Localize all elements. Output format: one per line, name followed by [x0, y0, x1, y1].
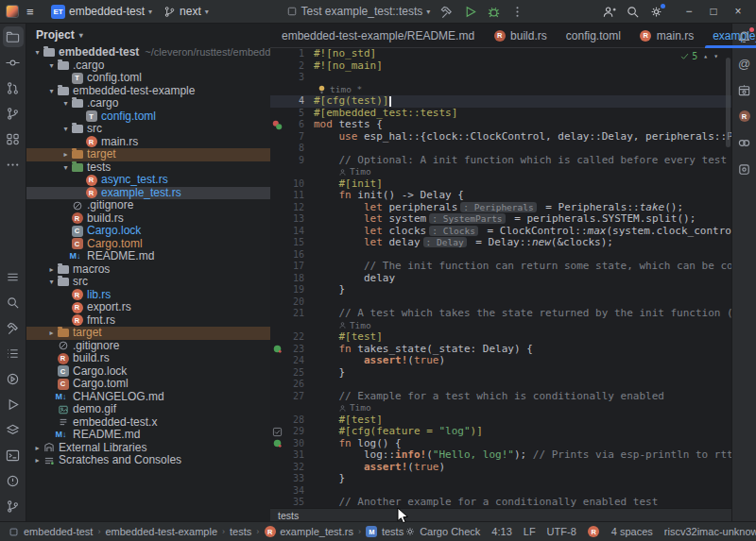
main-menu-button[interactable]: ≡ — [23, 2, 43, 22]
code-line-2[interactable]: 2#![no_main] — [270, 60, 731, 73]
checkbox-gutter-icon[interactable] — [270, 427, 284, 437]
tree-item-tests[interactable]: ▾tests — [26, 161, 270, 175]
pull-requests-tool[interactable] — [3, 77, 24, 98]
tree-item-build-rs[interactable]: Rbuild.rs — [26, 212, 270, 226]
tree-item-export-rs[interactable]: Rexport.rs — [26, 301, 270, 314]
app-logo-icon[interactable] — [6, 5, 19, 18]
next-problem-chevron-icon[interactable]: ▾ — [713, 52, 718, 60]
code-line-7[interactable]: 7 use esp_hal::{clock::ClockControl, del… — [270, 131, 731, 144]
caret-position[interactable]: 4:13 — [491, 526, 511, 537]
cargo-check-status[interactable]: Cargo Check — [404, 526, 480, 537]
project-tool[interactable] — [3, 26, 24, 47]
breadcrumb-item-embedded-test-example[interactable]: embedded-test-example — [105, 526, 217, 537]
tab-config-toml[interactable]: config.toml — [557, 24, 630, 48]
breadcrumb-item-example-test-rs[interactable]: Rexample_test.rs — [264, 526, 353, 537]
run-all-tests-icon[interactable] — [270, 120, 284, 130]
tab-main-rs[interactable]: Rmain.rs — [630, 24, 703, 48]
tree-item-example-test-rs[interactable]: Rexample_test.rs — [26, 187, 270, 200]
chevron-expanded-icon[interactable]: ▾ — [32, 46, 43, 59]
breadcrumb-item-tests[interactable]: Mtests — [366, 526, 404, 537]
cargo-tool[interactable] — [734, 79, 755, 100]
tree-item--cargo[interactable]: ▾.cargo — [26, 59, 270, 73]
todo-tool[interactable] — [3, 266, 24, 287]
chevron-expanded-icon[interactable]: ▾ — [46, 59, 57, 73]
tree-item-cargo-lock[interactable]: CCargo.lock — [26, 225, 270, 238]
inspections-widget[interactable]: 5 ▴ ▾ — [679, 51, 718, 61]
maximize-button[interactable]: □ — [701, 2, 726, 22]
tree-item-main-rs[interactable]: Rmain.rs — [26, 136, 270, 149]
minimize-button[interactable]: − — [677, 2, 701, 22]
profiler-tool[interactable] — [3, 368, 24, 389]
more-tools[interactable] — [3, 154, 24, 175]
tree-item-readme-md[interactable]: M↓README.md — [26, 250, 270, 263]
find-tool[interactable] — [3, 292, 24, 313]
run-play-button[interactable] — [459, 2, 481, 22]
indent-setting[interactable]: 4 spaces — [611, 526, 653, 537]
notifications-bell[interactable] — [734, 26, 755, 47]
chevron-expanded-icon[interactable]: ▾ — [46, 276, 57, 289]
tree-item-config-toml[interactable]: Tconfig.toml — [26, 110, 270, 124]
branches-tool[interactable] — [3, 103, 24, 124]
run-test-icon[interactable] — [270, 344, 284, 354]
breadcrumb-popup[interactable]: tests — [270, 508, 731, 521]
tree-item-macros[interactable]: ▸macros — [26, 263, 270, 277]
tree-item-src[interactable]: ▾src — [26, 123, 270, 136]
chevron-collapsed-icon[interactable]: ▸ — [46, 327, 57, 340]
tab-build-rs[interactable]: Rbuild.rs — [484, 24, 557, 48]
code-line-33[interactable]: 33 } — [270, 473, 731, 485]
line-ending[interactable]: LF — [524, 526, 536, 537]
structure-tool[interactable] — [3, 128, 24, 149]
bookmarks-tool[interactable] — [3, 343, 24, 363]
chevron-collapsed-icon[interactable]: ▸ — [46, 263, 57, 277]
tree-item-target[interactable]: ▸target — [26, 327, 270, 340]
encoding[interactable]: UTF-8 — [547, 526, 576, 537]
code-line-3[interactable]: 3 — [270, 72, 731, 84]
tree-item-cargo-lock[interactable]: CCargo.lock — [26, 365, 270, 379]
tree-item-embedded-test[interactable]: ▾embedded-test~/cleveron/rusttest/embedd… — [26, 46, 270, 59]
chevron-expanded-icon[interactable]: ▾ — [60, 97, 71, 110]
code-line-21[interactable]: 21 // A test which takes the state retur… — [270, 308, 731, 320]
rust-toolchain-icon[interactable]: R — [588, 526, 600, 537]
tree-item-scratches-and-consoles[interactable]: ▸Scratches and Consoles — [26, 454, 270, 467]
run-configuration-selector[interactable]: Test example_test::tests ▾ — [283, 2, 435, 22]
chevron-expanded-icon[interactable]: ▾ — [60, 161, 71, 175]
tree-item--gitignore[interactable]: .gitignore — [26, 199, 270, 212]
tree-item-changelog-md[interactable]: M↓CHANGELOG.md — [26, 391, 270, 404]
terminal-tool[interactable] — [3, 445, 24, 465]
chevron-collapsed-icon[interactable]: ▸ — [32, 454, 43, 467]
tree-item-lib-rs[interactable]: Rlib.rs — [26, 289, 270, 302]
search-everywhere-button[interactable] — [622, 2, 644, 22]
services-tool[interactable] — [3, 419, 24, 440]
tree-item-embedded-test-x[interactable]: embedded-test.x — [26, 416, 270, 430]
code-line-27[interactable]: 27 // Example for a test which is condit… — [270, 391, 731, 403]
chevron-collapsed-icon[interactable]: ▸ — [60, 148, 71, 161]
tree-item-cargo-toml[interactable]: CCargo.toml — [26, 378, 270, 391]
code-line-9[interactable]: 9 // Optional: A init function which is … — [270, 155, 731, 167]
settings-gear-button[interactable] — [645, 2, 667, 22]
tree-item-readme-md[interactable]: M↓README.md — [26, 429, 270, 442]
close-button[interactable]: × — [726, 2, 750, 22]
run-tool[interactable] — [3, 394, 24, 414]
tree-item-target[interactable]: ▸target — [26, 148, 270, 161]
chevron-expanded-icon[interactable]: ▾ — [46, 85, 57, 98]
target-triple[interactable]: riscv32imac-unknown-none-elf — [664, 526, 756, 537]
tree-item-config-toml[interactable]: Tconfig.toml — [26, 72, 270, 85]
run-test-icon[interactable] — [270, 438, 284, 448]
tab-embedded-test-example-readme-md[interactable]: embedded-test-example/README.md — [272, 24, 484, 48]
debug-bug-button[interactable] — [483, 2, 505, 22]
code-line-19[interactable]: 19 } — [270, 284, 731, 296]
code-line-15[interactable]: 15 let delay: Delay = Delay::new(&clocks… — [270, 237, 731, 249]
device-manager-tool[interactable] — [734, 159, 755, 179]
tree-item-demo-gif[interactable]: demo.gif — [26, 403, 270, 416]
dependencies-tool[interactable] — [734, 132, 755, 153]
build-tool[interactable] — [3, 317, 24, 338]
prev-problem-chevron-icon[interactable]: ▴ — [703, 52, 708, 60]
code-editor[interactable]: 5 ▴ ▾ 1#![no_std]2#![no_main]3timo *4#[c… — [270, 48, 731, 508]
project-widget[interactable]: ET embedded-test ▾ — [47, 2, 156, 22]
tree-item-src[interactable]: ▾src — [26, 276, 270, 289]
problems-tool[interactable] — [3, 470, 24, 491]
rust-tool[interactable]: R — [734, 106, 755, 127]
editor-scrollbar[interactable] — [726, 58, 730, 147]
tree-item--gitignore[interactable]: .gitignore — [26, 340, 270, 353]
code-line-35[interactable]: 35 // Another example for a conditionall… — [270, 497, 731, 508]
